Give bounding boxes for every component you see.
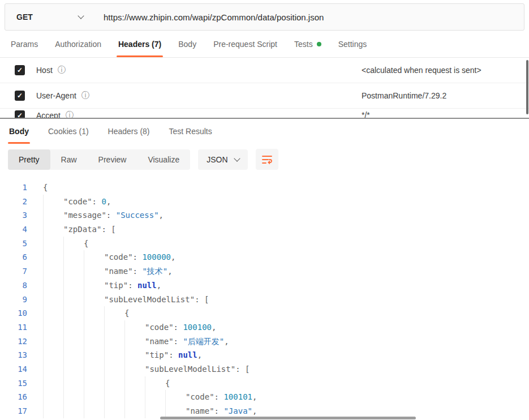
code-token: : bbox=[214, 390, 224, 404]
mode-pretty[interactable]: Pretty bbox=[8, 149, 50, 170]
code-token: "subLevelModelList" bbox=[104, 293, 195, 307]
indent-guide bbox=[84, 362, 104, 376]
indent-guide bbox=[124, 320, 145, 335]
code-token: : bbox=[92, 195, 102, 209]
indent-guide bbox=[63, 237, 84, 251]
tab-tests[interactable]: Tests bbox=[286, 31, 330, 57]
indent-guide bbox=[63, 250, 84, 264]
line-content: "zpData": [ bbox=[43, 222, 116, 237]
code-token: "message" bbox=[63, 208, 106, 222]
horizontal-scrollbar[interactable] bbox=[160, 417, 416, 419]
indent-guide bbox=[84, 335, 104, 349]
response-tab-test-results[interactable]: Test Results bbox=[168, 119, 213, 144]
tab-settings[interactable]: Settings bbox=[330, 31, 376, 57]
indent-guide bbox=[145, 376, 165, 391]
indent-guide bbox=[104, 390, 124, 404]
tab-label: Cookies (1) bbox=[48, 127, 89, 136]
header-value: */* bbox=[362, 110, 529, 118]
code-token: "code" bbox=[186, 390, 214, 404]
response-tab-body[interactable]: Body bbox=[8, 119, 30, 144]
header-checkbox[interactable]: ✓ bbox=[15, 110, 25, 118]
indent-guide bbox=[84, 306, 104, 320]
tab-body[interactable]: Body bbox=[170, 31, 205, 57]
header-row-user-agent: ✓ User-Agent ⓘ PostmanRuntime/7.29.2 bbox=[0, 83, 529, 109]
line-number: 7 bbox=[0, 264, 27, 278]
url-input[interactable]: https://www.zhipin.com/wapi/zpCommon/dat… bbox=[104, 12, 324, 22]
line-content: { bbox=[43, 181, 48, 195]
code-token: 100000 bbox=[142, 250, 171, 264]
mode-visualize[interactable]: Visualize bbox=[137, 149, 190, 170]
code-line: 10{ bbox=[0, 306, 529, 320]
code-token: : bbox=[106, 208, 116, 222]
checkbox-cell: ✓ bbox=[0, 91, 36, 101]
code-line: 17"name": "Java", bbox=[0, 404, 529, 418]
header-row-accept: ✓ Accept ⓘ */* bbox=[0, 109, 529, 118]
tab-label: Authorization bbox=[55, 40, 101, 49]
code-token: 100101 bbox=[223, 390, 252, 404]
indent-guide bbox=[124, 362, 145, 376]
code-token: "后端开发" bbox=[183, 335, 224, 349]
code-token: , bbox=[224, 335, 229, 349]
tab-authorization[interactable]: Authorization bbox=[46, 31, 110, 57]
line-number: 16 bbox=[0, 390, 27, 404]
tab-params[interactable]: Params bbox=[2, 31, 46, 57]
code-token: : bbox=[214, 404, 224, 418]
tab-pre-request-script[interactable]: Pre-request Script bbox=[205, 31, 286, 57]
line-content: "name": "后端开发", bbox=[43, 335, 229, 349]
code-token: "tip" bbox=[145, 348, 169, 362]
indent-guide bbox=[43, 348, 63, 362]
code-token: , bbox=[167, 264, 172, 278]
code-line: 8"tip": null, bbox=[0, 278, 529, 293]
format-dropdown[interactable]: JSON bbox=[198, 149, 247, 170]
tab-label: Settings bbox=[338, 40, 367, 49]
code-line: 6"code": 100000, bbox=[0, 250, 529, 264]
vertical-scrollbar[interactable] bbox=[526, 60, 528, 114]
indent-guide bbox=[43, 250, 63, 264]
code-token: , bbox=[157, 278, 161, 293]
header-checkbox[interactable]: ✓ bbox=[15, 65, 25, 75]
code-lines: 1{2"code": 0,3"message": "Success",4"zpD… bbox=[0, 181, 529, 418]
code-token: "name" bbox=[145, 335, 174, 349]
indent-guide bbox=[63, 306, 84, 320]
line-number: 17 bbox=[0, 404, 27, 418]
indent-guide bbox=[104, 376, 124, 391]
check-icon: ✓ bbox=[17, 92, 23, 100]
indent-guide bbox=[63, 348, 84, 362]
response-tab-headers[interactable]: Headers (8) bbox=[107, 119, 151, 144]
code-token: "name" bbox=[186, 404, 214, 418]
indent-guide bbox=[43, 237, 63, 251]
tab-label: Body bbox=[178, 40, 196, 49]
line-number: 12 bbox=[0, 335, 27, 349]
indent-guide bbox=[43, 222, 63, 237]
header-key-cell: User-Agent ⓘ bbox=[36, 91, 362, 101]
indent-guide bbox=[84, 278, 104, 293]
code-token: : bbox=[133, 250, 143, 264]
line-content: "code": 100101, bbox=[43, 390, 257, 404]
mode-raw[interactable]: Raw bbox=[50, 149, 88, 170]
code-token: "tip" bbox=[104, 278, 128, 293]
header-checkbox[interactable]: ✓ bbox=[15, 91, 25, 101]
code-line: 7"name": "技术", bbox=[0, 264, 529, 278]
code-token: : [ bbox=[101, 222, 115, 237]
mode-preview[interactable]: Preview bbox=[88, 149, 137, 170]
header-key: Host bbox=[36, 66, 53, 75]
code-token: { bbox=[84, 237, 88, 251]
line-number: 13 bbox=[0, 348, 27, 362]
wrap-text-button[interactable] bbox=[256, 149, 278, 170]
clipped-row-container: ✓ Accept ⓘ */* bbox=[0, 109, 529, 118]
indent-guide bbox=[43, 335, 63, 349]
code-token: , bbox=[159, 208, 164, 222]
indent-guide bbox=[84, 404, 104, 418]
checkbox-cell: ✓ bbox=[0, 110, 36, 118]
indent-guide bbox=[165, 390, 186, 404]
method-selector[interactable]: GET bbox=[5, 4, 94, 30]
code-token: { bbox=[43, 181, 48, 195]
line-content: { bbox=[43, 237, 88, 251]
tab-headers[interactable]: Headers (7) bbox=[110, 31, 170, 57]
indent-guide bbox=[124, 376, 145, 391]
indent-guide bbox=[84, 348, 104, 362]
code-token: , bbox=[212, 320, 216, 335]
code-token: "name" bbox=[104, 264, 133, 278]
indent-guide bbox=[43, 293, 63, 307]
response-tab-cookies[interactable]: Cookies (1) bbox=[47, 119, 90, 144]
